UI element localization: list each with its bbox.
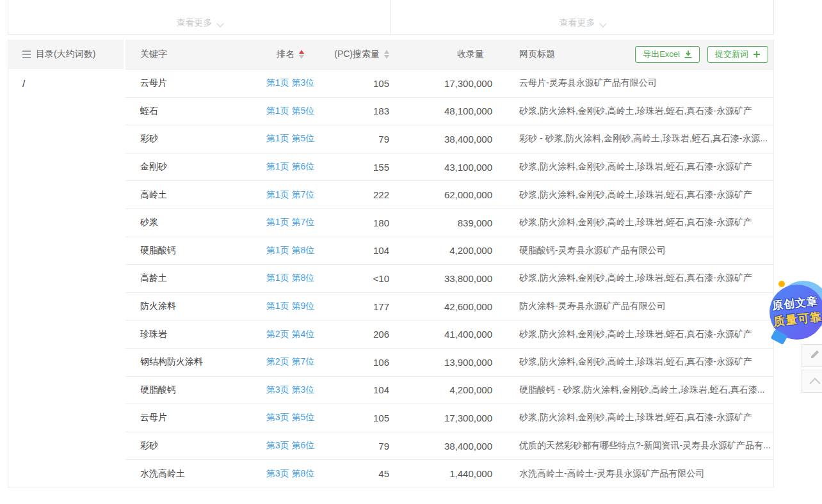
table-row: 彩砂 第1页 第5位 79 38,400,000 彩砂 - 砂浆,防火涂料,金刚… — [125, 125, 773, 153]
keyword-cell: 水洗高岭土 — [125, 468, 250, 480]
table-row: 珍珠岩 第2页 第4位 206 41,400,000 砂浆,防火涂料,金刚砂,高… — [125, 320, 773, 348]
sort-arrows-search[interactable] — [384, 50, 389, 59]
export-excel-label: 导出Excel — [643, 49, 680, 60]
promo-badge[interactable]: 原创文章 质量可靠 — [768, 280, 822, 343]
search-volume-cell: 105 — [330, 78, 394, 89]
view-more-left-label[interactable]: 查看更多 — [177, 17, 213, 29]
page-title-cell: 水洗高岭土-高岭土-灵寿县永源矿产品有限公司 — [497, 468, 773, 480]
table-row: 硬脂酸钙 第1页 第8位 104 4,200,000 硬脂酸钙-灵寿县永源矿产品… — [125, 237, 773, 265]
pencil-icon — [809, 349, 821, 363]
col-header-index: 收录量 — [394, 49, 497, 60]
keyword-cell: 彩砂 — [125, 440, 250, 452]
index-count-cell: 17,300,000 — [394, 78, 497, 89]
rank-link[interactable]: 第1页 第9位 — [266, 301, 314, 311]
view-more-right-label[interactable]: 查看更多 — [560, 17, 595, 29]
search-volume-cell: 155 — [330, 162, 394, 173]
keyword-cell: 金刚砂 — [125, 161, 250, 173]
page-title-cell: 硬脂酸钙 - 砂浆,防火涂料,金刚砂,高岭土,珍珠岩,蛭石,真石漆... — [497, 384, 773, 396]
keyword-cell: 硬脂酸钙 — [125, 384, 250, 396]
chevron-up-icon — [810, 378, 821, 389]
edit-button[interactable] — [802, 344, 822, 367]
sort-arrows-rank[interactable] — [299, 50, 304, 59]
rank-link[interactable]: 第1页 第7位 — [266, 189, 314, 200]
col-header-keyword: 关键字 — [125, 49, 250, 60]
page-title-cell: 砂浆,防火涂料,金刚砂,高岭土,珍珠岩,蛭石,真石漆-永源矿产 — [497, 189, 773, 201]
view-more-right[interactable]: 查看更多 — [391, 0, 773, 34]
page-title-cell: 云母片-灵寿县永源矿产品有限公司 — [497, 77, 773, 89]
page-title-cell: 砂浆,防火涂料,金刚砂,高岭土,珍珠岩,蛭石,真石漆-永源矿产 — [497, 329, 773, 340]
col-header-search-label: (PC)搜索量 — [334, 49, 380, 60]
search-volume-cell: 104 — [330, 384, 394, 395]
rank-link[interactable]: 第1页 第8位 — [266, 245, 314, 255]
rank-link[interactable]: 第3页 第6位 — [266, 440, 314, 450]
table-header: 关键字 排名 (PC)搜索量 收录量 网页标题 导出Excel 提交新词 — [125, 40, 773, 69]
plus-icon — [753, 51, 761, 58]
index-count-cell: 4,200,000 — [394, 245, 497, 256]
rank-link[interactable]: 第2页 第4位 — [266, 329, 314, 339]
table-row: 彩砂 第3页 第6位 79 38,400,000 优质的天然彩砂都有哪些特点?-… — [125, 432, 773, 460]
col-header-rank[interactable]: 排名 — [250, 49, 330, 60]
index-count-cell: 62,000,000 — [394, 189, 497, 200]
rank-link[interactable]: 第3页 第5位 — [266, 412, 314, 422]
rank-link[interactable]: 第1页 第5位 — [266, 133, 314, 143]
keyword-cell: 蛭石 — [125, 106, 250, 117]
keyword-cell: 高岭土 — [125, 189, 250, 201]
search-volume-cell: 206 — [330, 329, 394, 340]
rank-link[interactable]: 第1页 第5位 — [266, 106, 314, 116]
chevron-down-icon — [216, 20, 223, 27]
table-toolbar: 导出Excel 提交新词 — [635, 40, 768, 69]
export-excel-button[interactable]: 导出Excel — [635, 46, 700, 63]
keyword-cell: 硬脂酸钙 — [125, 245, 250, 256]
table-row: 云母片 第1页 第3位 105 17,300,000 云母片-灵寿县永源矿产品有… — [125, 69, 773, 97]
page-title-cell: 砂浆,防火涂料,金刚砂,高岭土,珍珠岩,蛭石,真石漆-永源矿产 — [497, 412, 773, 423]
page-title-cell: 砂浆,防火涂料,金刚砂,高岭土,珍珠岩,蛭石,真石漆-永源矿产 — [497, 356, 773, 368]
index-count-cell: 1,440,000 — [394, 468, 497, 479]
keyword-cell: 云母片 — [125, 77, 250, 89]
table-row: 高岭土 第1页 第7位 222 62,000,000 砂浆,防火涂料,金刚砂,高… — [125, 180, 773, 209]
page-title-cell: 防火涂料-灵寿县永源矿产品有限公司 — [497, 301, 773, 312]
rank-link[interactable]: 第2页 第7位 — [266, 356, 314, 366]
col-header-search[interactable]: (PC)搜索量 — [330, 49, 394, 60]
table-body: 云母片 第1页 第3位 105 17,300,000 云母片-灵寿县永源矿产品有… — [125, 69, 773, 487]
table-row: 防火涂料 第1页 第9位 177 42,600,000 防火涂料-灵寿县永源矿产… — [125, 292, 773, 320]
page-title-cell: 砂浆,防火涂料,金刚砂,高岭土,珍珠岩,蛭石,真石漆-永源矿产 — [497, 161, 773, 173]
keyword-cell: 防火涂料 — [125, 301, 250, 312]
search-volume-cell: <10 — [330, 273, 394, 284]
table-row: 硬脂酸钙 第3页 第3位 104 4,200,000 硬脂酸钙 - 砂浆,防火涂… — [125, 376, 773, 404]
table-row: 水洗高岭土 第3页 第8位 45 1,440,000 水洗高岭土-高岭土-灵寿县… — [125, 459, 773, 487]
page-title-cell: 砂浆,防火涂料,金刚砂,高岭土,珍珠岩,蛭石,真石漆-永源矿产 — [497, 272, 773, 284]
search-volume-cell: 180 — [330, 217, 394, 228]
table-row: 蛭石 第1页 第5位 183 48,100,000 砂浆,防火涂料,金刚砂,高岭… — [125, 97, 773, 125]
keyword-cell: 钢结构防火涂料 — [125, 356, 250, 368]
rank-link[interactable]: 第3页 第3位 — [266, 384, 314, 395]
rank-link[interactable]: 第3页 第8位 — [266, 468, 314, 478]
page-title-cell: 砂浆,防火涂料,金刚砂,高岭土,珍珠岩,蛭石,真石漆-永源矿产 — [497, 106, 773, 117]
col-header-rank-label: 排名 — [277, 49, 294, 60]
sidebar-item-root[interactable]: / — [8, 69, 124, 97]
submit-new-words-button[interactable]: 提交新词 — [707, 46, 768, 63]
search-volume-cell: 105 — [330, 413, 394, 423]
page-title-cell: 彩砂 - 砂浆,防火涂料,金刚砂,高岭土,珍珠岩,蛭石,真石漆-永源... — [497, 133, 773, 145]
rank-link[interactable]: 第1页 第7位 — [266, 217, 314, 227]
index-count-cell: 38,400,000 — [394, 441, 497, 452]
index-count-cell: 4,200,000 — [394, 384, 497, 395]
rank-link[interactable]: 第1页 第6位 — [266, 161, 314, 171]
keyword-cell: 高龄土 — [125, 272, 250, 284]
table-row: 高龄土 第1页 第8位 <10 33,800,000 砂浆,防火涂料,金刚砂,高… — [125, 264, 773, 292]
search-volume-cell: 183 — [330, 106, 394, 116]
index-count-cell: 839,000 — [394, 217, 497, 228]
rank-link[interactable]: 第1页 第8位 — [266, 272, 314, 283]
view-more-left[interactable]: 查看更多 — [8, 0, 391, 34]
search-volume-cell: 79 — [330, 441, 394, 452]
keyword-cell: 砂浆 — [125, 217, 250, 228]
search-volume-cell: 45 — [330, 468, 394, 479]
submit-new-words-label: 提交新词 — [715, 49, 748, 60]
keyword-table: 关键字 排名 (PC)搜索量 收录量 网页标题 导出Excel 提交新词 — [125, 40, 773, 487]
page-title-cell: 硬脂酸钙-灵寿县永源矿产品有限公司 — [497, 245, 773, 256]
back-to-top-button[interactable] — [802, 370, 822, 393]
keyword-cell: 云母片 — [125, 412, 250, 423]
search-volume-cell: 79 — [330, 134, 394, 145]
rank-link[interactable]: 第1页 第3位 — [266, 77, 314, 88]
table-row: 钢结构防火涂料 第2页 第7位 106 13,900,000 砂浆,防火涂料,金… — [125, 348, 773, 376]
search-volume-cell: 104 — [330, 245, 394, 256]
